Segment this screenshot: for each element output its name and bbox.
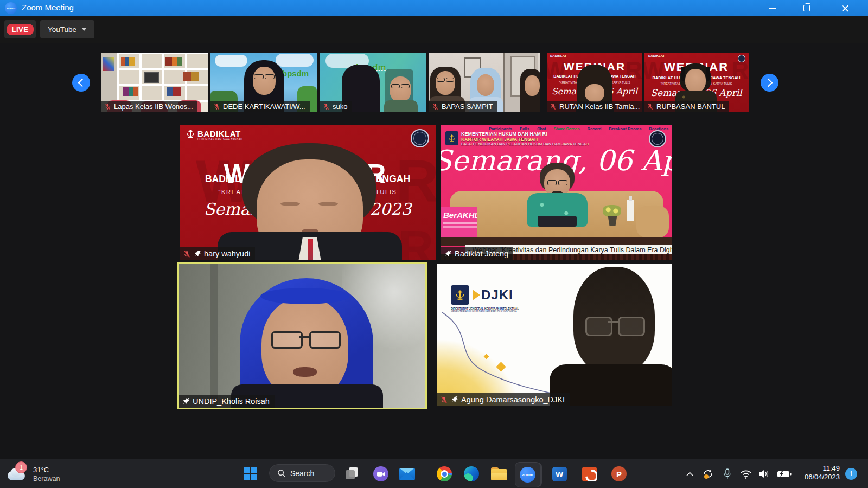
- pin-icon: [444, 250, 452, 258]
- zoom-icon: zoom: [520, 467, 535, 483]
- live-indicator: LIVE: [4, 20, 36, 38]
- start-button[interactable]: [240, 464, 260, 484]
- participant-name-label: Lapas Kelas IIB Wonos...: [101, 101, 197, 112]
- participant-name-label: Badiklat Jateng: [441, 247, 513, 260]
- youtube-label: YouTube: [48, 25, 76, 34]
- pengayoman-icon: [186, 129, 195, 139]
- round-emblem: [411, 129, 429, 147]
- speaker-icon: [758, 469, 770, 479]
- curve-line-decor: [437, 312, 556, 406]
- weather-condition: Berawan: [33, 475, 60, 483]
- tray-volume-button[interactable]: [755, 466, 773, 482]
- badiklat-logo: BADIKLAT HUKUM DAN HAM JAWA TENGAH: [186, 129, 242, 141]
- participant-thumbnail[interactable]: bpsdm DEDE KARTIKAWATI/W...: [210, 53, 317, 112]
- close-button[interactable]: [826, 0, 864, 16]
- live-badge: LIVE: [7, 24, 34, 35]
- participant-name-label: BAPAS SAMPIT: [429, 101, 497, 112]
- video-tile-undip-active-speaker[interactable]: UNDIP_Kholis Roisah: [177, 262, 427, 409]
- mic-muted-icon: [432, 103, 439, 110]
- mic-muted-icon: [183, 250, 191, 258]
- video-meet-app-button[interactable]: [372, 465, 390, 483]
- chevron-right-icon: [764, 79, 773, 87]
- zoom-app-button-active[interactable]: zoom: [515, 462, 541, 487]
- microphone-icon: [723, 468, 731, 480]
- participant-thumbnail[interactable]: bpsdm suko: [320, 53, 426, 112]
- couch-armrest: [636, 206, 669, 237]
- participant-name-label: hary wahyudi: [180, 247, 255, 260]
- participant-thumbnail[interactable]: W R BADIKLAT WEBINAR BADIKLAT HUKUM DAN …: [547, 53, 642, 112]
- tray-date: 06/04/2023: [776, 473, 840, 481]
- tray-wifi-button[interactable]: [738, 466, 754, 481]
- youtube-stream-dropdown[interactable]: YouTube: [40, 20, 94, 38]
- window-title: Zoom Meeting: [22, 3, 74, 12]
- file-explorer-button[interactable]: [490, 466, 508, 482]
- weather-widget[interactable]: 1 31°C Berawan: [7, 460, 88, 487]
- video-camera-icon: [373, 466, 388, 481]
- filmstrip-prev-button[interactable]: [72, 74, 90, 92]
- chrome-button[interactable]: [436, 465, 453, 483]
- filmstrip-next-button[interactable]: [761, 74, 778, 92]
- task-view-icon: [346, 467, 359, 480]
- word-icon: W: [552, 467, 567, 481]
- pin-icon: [451, 396, 458, 403]
- restore-button[interactable]: [792, 0, 822, 16]
- task-view-button[interactable]: [343, 465, 361, 483]
- pdf-app-button[interactable]: [580, 465, 598, 483]
- participant-thumbnail[interactable]: Lapas Kelas IIB Wonos...: [101, 53, 208, 112]
- mic-muted-icon: [647, 103, 654, 110]
- tray-show-hidden-icons-button[interactable]: [682, 467, 697, 481]
- powerpoint-button[interactable]: P: [610, 465, 628, 483]
- zoom-app-icon: zoom: [5, 2, 17, 14]
- mic-muted-icon: [104, 103, 111, 110]
- video-tile-badiklat-jateng[interactable]: ParticipantsPolls ChatShare Screen Recor…: [441, 125, 672, 260]
- word-button[interactable]: W: [551, 465, 568, 483]
- edge-button[interactable]: [463, 465, 480, 483]
- close-icon: [841, 4, 849, 12]
- participant-thumbnail[interactable]: W R BADIKLAT WEBINAR BADIKLAT HUKUM DAN …: [644, 53, 749, 112]
- search-box[interactable]: Search: [269, 464, 335, 482]
- tray-microphone-button[interactable]: [719, 466, 735, 482]
- blurred-office-background: UNDIP_Kholis Roisah: [179, 264, 425, 408]
- pin-icon: [182, 397, 190, 405]
- tray-time: 11:49: [776, 464, 840, 473]
- stream-status-bar: LIVE YouTube: [0, 16, 868, 43]
- kemenkumham-logo-icon: [451, 285, 469, 305]
- chevron-down-icon: [81, 28, 87, 31]
- shared-screen-menu-row: ParticipantsPolls ChatShare Screen Recor…: [489, 126, 669, 131]
- participant-name-label: DEDE KARTIKAWATI/W...: [210, 101, 310, 112]
- djki-logo: DJKI DIREKTORAT JENDERAL KEKAYAAN INTELE…: [451, 285, 519, 313]
- minimize-icon: [769, 8, 776, 9]
- restore-icon: [803, 5, 810, 11]
- mic-muted-icon: [440, 396, 448, 404]
- speaker-head-silhouette: [573, 267, 655, 373]
- video-tile-agung-djki[interactable]: DJKI DIREKTORAT JENDERAL KEKAYAAN INTELE…: [437, 264, 672, 406]
- folder-icon: [491, 467, 507, 480]
- participant-name-label: UNDIP_Kholis Roisah: [179, 395, 275, 408]
- sync-icon: [702, 468, 714, 480]
- pin-icon: [194, 250, 201, 258]
- speaker-face: [261, 298, 348, 399]
- chevron-up-icon: [686, 472, 693, 476]
- mic-muted-icon: [323, 103, 330, 110]
- mail-app-button[interactable]: [398, 466, 416, 481]
- video-tile-hary-wahyudi[interactable]: W R AR BADIKLAT HUKUM DAN HAM JAWA TENGA…: [180, 125, 436, 260]
- participant-thumbnail[interactable]: BAPAS SAMPIT: [429, 53, 540, 112]
- laptop: [538, 216, 577, 227]
- search-icon: [277, 469, 285, 477]
- participant-name-label: Agung Damarsasongko_DJKI: [437, 393, 570, 406]
- edge-icon: [464, 466, 479, 481]
- chevron-left-icon: [78, 79, 87, 87]
- mic-muted-icon: [213, 103, 220, 110]
- hijab-fold: [260, 288, 349, 304]
- pdf-app-icon: [582, 467, 597, 481]
- window-title-bar[interactable]: zoom Zoom Meeting: [0, 0, 868, 16]
- sanitizer-bottle: [627, 200, 634, 221]
- minimize-button[interactable]: [757, 0, 788, 16]
- windows-taskbar: 1 31°C Berawan Search: [0, 459, 868, 488]
- notification-count-badge[interactable]: 1: [845, 468, 857, 480]
- flower-pot-plant: [603, 205, 621, 217]
- powerpoint-icon: P: [611, 466, 627, 481]
- tray-sync-update-button[interactable]: [700, 466, 716, 482]
- kemenkumham-org-block: KEMENTERIAN HUKUM DAN HAM RI KANTOR WILA…: [445, 131, 589, 146]
- tray-clock[interactable]: 11:49 06/04/2023: [776, 464, 840, 481]
